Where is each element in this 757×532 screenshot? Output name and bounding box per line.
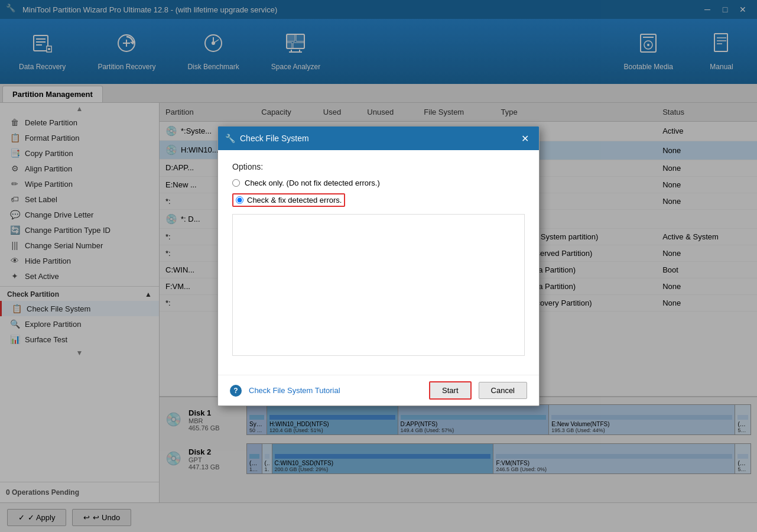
radio-check-fix[interactable]: Check & fix detected errors.: [232, 193, 525, 207]
radio-check-only-label: Check only. (Do not fix detected errors.…: [245, 179, 380, 187]
dialog-title-icon: 🔧: [225, 134, 235, 143]
radio-check-only[interactable]: Check only. (Do not fix detected errors.…: [232, 179, 525, 187]
dialog-footer: ? Check File System Tutorial Start Cance…: [218, 375, 539, 406]
check-file-system-dialog: 🔧 Check File System ✕ Options: Check onl…: [217, 126, 540, 406]
radio-check-fix-label: Check & fix detected errors.: [247, 196, 342, 205]
tutorial-link[interactable]: Check File System Tutorial: [249, 386, 422, 395]
dialog-close-button[interactable]: ✕: [518, 131, 532, 145]
dialog-overlay: 🔧 Check File System ✕ Options: Check onl…: [0, 0, 757, 532]
options-label: Options:: [232, 162, 525, 171]
dialog-titlebar-left: 🔧 Check File System: [225, 134, 309, 143]
start-button[interactable]: Start: [429, 381, 471, 400]
dialog-content-area: [232, 214, 525, 356]
cancel-button[interactable]: Cancel: [479, 382, 527, 399]
radio-check-only-input[interactable]: [232, 179, 240, 187]
dialog-title: Check File System: [240, 134, 309, 143]
dialog-body: Options: Check only. (Do not fix detecte…: [218, 150, 539, 375]
help-icon: ?: [230, 385, 242, 397]
radio-check-fix-input[interactable]: [236, 196, 243, 204]
dialog-titlebar: 🔧 Check File System ✕: [218, 126, 539, 150]
